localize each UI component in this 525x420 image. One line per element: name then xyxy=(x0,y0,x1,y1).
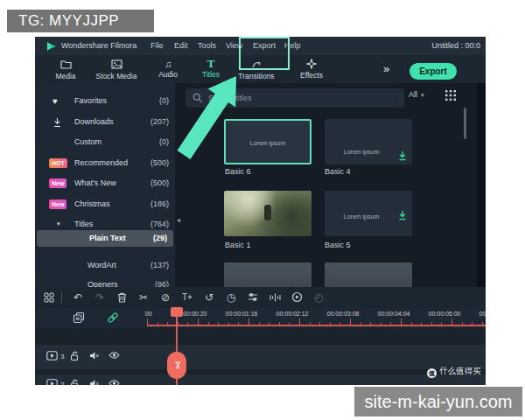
sidebar-item-recommended[interactable]: HOT Recommended (500) xyxy=(35,156,175,172)
titles-sidebar: ♥ Favorites (0) Downloads (207) Custom (… xyxy=(35,83,175,287)
tick-label: 00:00:05:20 xyxy=(480,311,486,317)
tab-stock-media[interactable]: Stock Media xyxy=(90,58,143,80)
chevron-down-icon: ▾ xyxy=(57,220,60,228)
track-number: 2 xyxy=(60,381,64,385)
grid-view-icon[interactable] xyxy=(445,90,456,101)
tab-label: Stock Media xyxy=(96,72,137,80)
playhead-handle[interactable] xyxy=(171,307,183,317)
sidebar-label: What's New xyxy=(74,178,116,187)
sidebar-count: (500) xyxy=(150,178,169,187)
sidebar-label: WordArt xyxy=(88,261,116,270)
preview-text: Lorem ipsum xyxy=(318,149,405,155)
unlock-icon[interactable] xyxy=(70,379,80,385)
sidebar-label: Favorites xyxy=(74,96,107,105)
filmora-logo-icon xyxy=(46,41,57,52)
sidebar-count: (0) xyxy=(159,137,169,146)
folder-icon xyxy=(39,60,92,72)
text-t-icon: T xyxy=(185,58,237,70)
motion-tracking-icon[interactable] xyxy=(290,290,304,304)
tab-media[interactable]: Media xyxy=(39,58,92,80)
sidebar-count: (186) xyxy=(150,200,169,208)
new-badge: New xyxy=(49,200,66,209)
card-name: Basic 6 xyxy=(225,167,251,176)
sidebar-count: (500) xyxy=(150,158,169,167)
adjust-sliders-icon[interactable] xyxy=(246,290,260,304)
sidebar-item-whats-new[interactable]: New What's New (500) xyxy=(35,176,175,192)
card-name: Basic 5 xyxy=(325,241,351,249)
tg-watermark-badge: TG: MYYJJPP xyxy=(7,10,154,32)
timer-icon[interactable]: ◷ xyxy=(224,290,238,304)
eye-icon[interactable] xyxy=(108,351,120,360)
sidebar-label: Christmas xyxy=(74,200,110,208)
video-track-2[interactable]: 2 xyxy=(35,374,486,385)
menu-file[interactable]: File xyxy=(150,41,164,50)
smzdm-watermark: 值什么值得买 xyxy=(427,366,481,377)
tab-effects[interactable]: Effects xyxy=(285,58,338,80)
sidebar-item-downloads[interactable]: Downloads (207) xyxy=(35,115,175,130)
sidebar-item-custom[interactable]: Custom (0) xyxy=(35,135,175,150)
sidebar-item-plain-text[interactable]: Plain Text (29) xyxy=(37,230,173,247)
chevron-down-icon: ▾ xyxy=(421,92,424,98)
copy-snapshot-icon[interactable] xyxy=(73,312,85,324)
layout-grid-icon[interactable] xyxy=(42,290,56,304)
tick-label: 00:00:00 xyxy=(145,311,152,317)
eye-icon[interactable] xyxy=(108,379,120,385)
tick-label: 00:00:05:00 xyxy=(429,311,461,317)
heart-icon: ♥ xyxy=(52,96,63,107)
image-icon xyxy=(90,60,143,72)
title-card-basic4[interactable]: Lorem ipsum xyxy=(325,119,412,164)
sidebar-item-favorites[interactable]: ♥ Favorites (0) xyxy=(35,94,175,109)
screenshot-root: TG: MYYJJPP Wondershare Filmora File Edi… xyxy=(0,0,525,420)
menu-tools[interactable]: Tools xyxy=(198,41,216,50)
menu-edit[interactable]: Edit xyxy=(174,41,188,50)
link-icon[interactable] xyxy=(107,312,119,324)
sidebar-label: Downloads xyxy=(74,117,114,126)
more-tabs-chevron[interactable]: » xyxy=(383,62,389,75)
timeline-area: 00:00:00 00:00:00:20 00:00:01:16 00:00:0… xyxy=(35,308,486,385)
sidebar-count: (137) xyxy=(150,261,169,270)
sidebar-label: Plain Text xyxy=(89,234,126,242)
undo-icon[interactable]: ↶ xyxy=(71,290,85,304)
tab-label: Effects xyxy=(300,71,323,80)
mute-speaker-icon[interactable] xyxy=(89,351,100,360)
download-icon xyxy=(52,117,63,128)
sidebar-item-wordart[interactable]: WordArt (137) xyxy=(35,258,175,274)
playhead-scissors-badge[interactable]: ✂ xyxy=(167,352,186,379)
filter-dropdown[interactable]: All▾ xyxy=(409,90,424,99)
title-card-partial[interactable] xyxy=(325,262,412,287)
speed-icon[interactable]: ↺ xyxy=(202,290,216,304)
sidebar-collapse-icon[interactable]: ◂ xyxy=(177,216,180,224)
sidebar-label: Titles xyxy=(74,220,93,228)
mute-speaker-icon[interactable] xyxy=(89,379,100,385)
annotation-arrow-icon xyxy=(175,72,245,159)
download-icon[interactable] xyxy=(397,150,408,161)
render-preview-icon[interactable]: ◴ xyxy=(312,290,326,304)
sidebar-label: Custom xyxy=(74,137,102,146)
title-card-partial[interactable] xyxy=(224,262,312,287)
title-card-basic1[interactable] xyxy=(224,191,312,236)
download-icon[interactable] xyxy=(397,210,408,220)
tick-label: 00:00:02:12 xyxy=(276,311,309,317)
ruler-baseline xyxy=(147,325,486,326)
timeline-header: 00:00:00 00:00:00:20 00:00:01:16 00:00:0… xyxy=(35,308,486,328)
unlock-icon[interactable] xyxy=(70,351,80,361)
redo-icon[interactable]: ↷ xyxy=(93,290,107,304)
crop-icon[interactable]: ⊘ xyxy=(158,290,172,304)
audio-denoise-icon[interactable] xyxy=(268,290,282,304)
export-button[interactable]: Export xyxy=(410,63,457,80)
cut-icon[interactable]: ✂ xyxy=(136,290,150,304)
video-track-icon xyxy=(46,351,58,360)
add-text-icon[interactable]: T+ xyxy=(180,290,194,304)
sidebar-count: (764) xyxy=(150,220,169,228)
video-track-1[interactable]: 3 xyxy=(35,345,486,369)
title-card-basic5[interactable]: Lorem ipsum xyxy=(325,191,412,236)
export-highlight-box xyxy=(239,37,290,70)
sidebar-count: (0) xyxy=(159,96,169,105)
delete-icon[interactable] xyxy=(115,290,129,304)
new-badge: New xyxy=(49,178,66,188)
site-watermark-badge: site-m-kai-yun.com xyxy=(354,387,522,416)
project-title: Untitled : 00:0 xyxy=(431,41,480,50)
sidebar-item-christmas[interactable]: New Christmas (186) xyxy=(35,197,175,213)
app-brand: Wondershare Filmora xyxy=(61,41,136,50)
scrollbar-thumb[interactable] xyxy=(464,108,466,139)
